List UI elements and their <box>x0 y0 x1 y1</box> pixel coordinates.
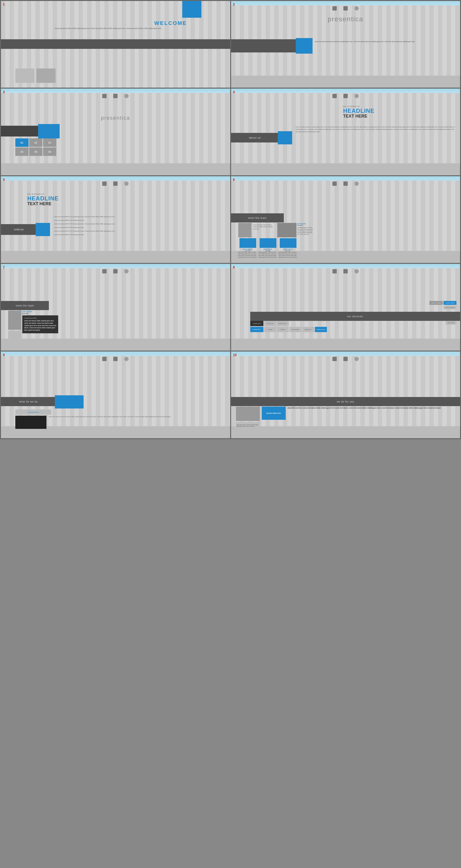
slide4-text-block: some text about about us related goes he… <box>296 126 457 133</box>
slide-number-10: 10 <box>233 353 237 357</box>
slide8-bottom-gray <box>231 339 460 350</box>
top-blue-bar <box>1 89 230 93</box>
service-three-cell: service three <box>277 321 289 326</box>
slide9-blue-rect <box>55 395 84 408</box>
slide-number-6: 6 <box>233 178 235 182</box>
service-seven-cell: service five <box>289 327 302 332</box>
nav-icon-1 <box>332 6 337 10</box>
slide7-skills-text: some text about skills related goes here… <box>24 320 56 331</box>
slide2-title: presentica <box>231 15 460 23</box>
slide4-bottom-gray <box>231 163 460 175</box>
bullet-6: Some text about ABOUT US related goes he… <box>53 234 226 236</box>
service-six-cell: service <box>277 327 289 332</box>
nav-icon-3 <box>124 269 129 274</box>
slide6-photo-sm-1 <box>240 238 256 248</box>
slide8-eleven-row: service eleven <box>429 306 456 309</box>
nav-bar-5 <box>102 182 129 186</box>
slide7-name-block: john harris post title <box>22 311 41 314</box>
top-blue-bar <box>231 1 460 5</box>
slide-number-4: 4 <box>233 90 235 94</box>
slide3-blue-rect <box>38 124 60 138</box>
slide10-svc-name-text: service name here <box>266 412 281 414</box>
service-thirteen-box: service thirteen <box>429 301 443 305</box>
top-blue-bar <box>231 264 460 268</box>
nav-icon-3 <box>355 6 359 10</box>
nav-bar-8 <box>332 269 359 274</box>
slide10-dark-bar: we do for you <box>231 397 460 406</box>
service-nine-cell: service seven <box>315 327 327 332</box>
nav-icon-2 <box>343 94 348 98</box>
num-06: 06 <box>43 148 56 156</box>
service-five-cell: service <box>264 327 276 332</box>
slide5-an-example: AN EXAMPLE <box>27 193 59 195</box>
slide8-grid: service one service two service three se… <box>250 321 457 333</box>
slide-9: 9 what do we do service name about this … <box>1 351 230 438</box>
slide8-row1: service one service two service three <box>250 321 457 326</box>
nav-icon-3 <box>355 357 359 361</box>
nav-icon-3 <box>124 94 129 98</box>
slide-number-5: 5 <box>3 178 5 182</box>
slide1-sub-text: Some text about WELCOME related goes her… <box>1 27 230 30</box>
slide-bg <box>231 264 460 350</box>
service-four-cell: service four <box>250 327 264 332</box>
slide6-photo-sm-3 <box>280 238 297 248</box>
nav-icon-2 <box>113 94 118 98</box>
nav-icon-2 <box>343 6 348 10</box>
slide6-person-1: john harris post title experience/skills… <box>238 238 257 258</box>
slide10-about-label: about this service- some text about skil… <box>287 407 457 409</box>
slide7-dark-bar: meet the team <box>1 301 49 310</box>
nav-icon-2 <box>113 182 118 186</box>
slide2-text: some text about presentica welcome relat… <box>315 40 456 43</box>
nav-icon-1 <box>332 357 337 361</box>
slide1-box-gray <box>36 68 56 83</box>
nav-icon-1 <box>332 269 337 274</box>
slide8-top-row: service thirteen service twelve <box>429 301 456 305</box>
nav-bar-3 <box>102 94 129 98</box>
nav-icon-2 <box>113 357 118 361</box>
slide7-photo-sm <box>8 331 21 339</box>
slide-10: 10 we do for you about this service- som… <box>231 351 460 438</box>
bullet-2: Some text about ABOUT US related goes he… <box>53 219 226 221</box>
num-01: 01 <box>15 138 29 147</box>
slide7-photo-tall <box>8 311 21 330</box>
slide7-skills-box: expertness/skills: some text about skill… <box>22 315 58 333</box>
slide3-bottom-gray <box>1 163 230 175</box>
nav-icon-3 <box>124 357 129 361</box>
slide-2: 2 presentica some text about presentica … <box>231 1 460 88</box>
nav-icon-3 <box>355 269 359 274</box>
slide4-dark-bar: about us <box>231 133 279 143</box>
num-03: 03 <box>43 138 56 147</box>
slide6-team-grid: some text about meet the team. some text… <box>238 223 457 258</box>
slide1-blue-rect <box>182 1 202 18</box>
slide9-black-box <box>15 416 47 429</box>
slide2-dark-bar <box>231 39 298 53</box>
slide6-photo-sm-2 <box>259 238 276 248</box>
slides-grid: 1 WELCOME Some text about WELCOME relate… <box>0 0 461 439</box>
top-blue-bar <box>1 264 230 268</box>
slide1-content: WELCOME Some text about WELCOME related … <box>1 20 230 32</box>
slide-4: 4 AN EXAMPLE HEADLINE TEXT HERE about us… <box>231 89 460 175</box>
nav-icon-2 <box>343 182 348 186</box>
slide6-person-3: john harris post title experience/skills… <box>278 238 298 258</box>
nav-icon-1 <box>102 357 106 361</box>
slide7-person-name: john harris <box>22 311 41 313</box>
nav-icon-1 <box>102 269 106 274</box>
slide-7: 7 meet the team john harris post title <box>1 264 230 350</box>
nav-bar-4 <box>332 94 359 98</box>
slide8-our-services: our services <box>347 315 363 318</box>
slide1-welcome-area: WELCOME <box>1 20 230 26</box>
slide4-blue-rect <box>278 131 292 145</box>
slide7-team-grid: john harris post title expertness/skills… <box>8 311 226 339</box>
slide-number-9: 9 <box>3 353 5 357</box>
slide6-name-1: john harris post title experience/skills… <box>298 223 314 237</box>
bullet-1: Some text about ABOUT US related goes he… <box>53 216 226 218</box>
slide4-about-us: about us <box>249 136 261 139</box>
slide4-headline-block: AN EXAMPLE HEADLINE TEXT HERE <box>343 105 374 119</box>
slide7-left-col <box>8 311 21 339</box>
slide3-dark-bar <box>1 126 42 136</box>
slide10-right-text: about this service- some text about skil… <box>287 407 457 429</box>
slide5-bottom-gray <box>1 251 230 263</box>
num-02: 02 <box>29 138 42 147</box>
top-blue-bar <box>1 176 230 181</box>
nav-icon-1 <box>102 182 106 186</box>
